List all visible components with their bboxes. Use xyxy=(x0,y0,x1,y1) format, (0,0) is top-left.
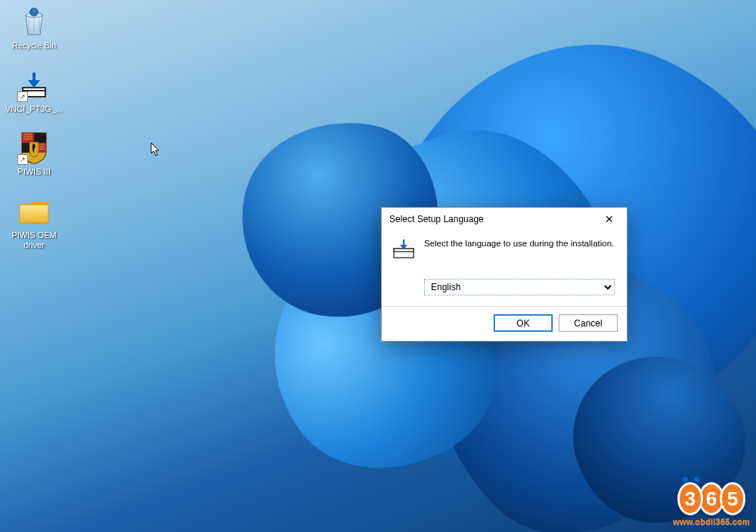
svg-rect-9 xyxy=(20,205,48,223)
desktop-icons-column: Recycle Bin ↗ VNCI_PT3G_... xyxy=(5,3,64,252)
desktop-icon-label: PIWIS OEM driver xyxy=(5,230,64,249)
desktop-icon-label: Recycle Bin xyxy=(12,41,56,51)
wallpaper-bloom xyxy=(0,0,756,532)
dialog-title: Select Setup Language xyxy=(389,214,484,224)
watermark-digit: 3 xyxy=(677,482,703,515)
watermark-digit-text: 3 xyxy=(685,487,696,511)
svg-rect-4 xyxy=(23,88,45,91)
dialog-footer: OK Cancel xyxy=(382,306,627,341)
dialog-titlebar[interactable]: Select Setup Language ✕ xyxy=(382,208,627,230)
watermark-digit: 5 xyxy=(720,482,745,515)
watermark: 3 6 5 www.obdii365.com xyxy=(673,482,750,526)
watermark-logo-icon: 3 6 5 xyxy=(677,482,745,515)
svg-rect-8 xyxy=(34,133,46,143)
cancel-button[interactable]: Cancel xyxy=(559,314,618,332)
select-setup-language-dialog: Select Setup Language ✕ Select the langu… xyxy=(381,207,627,342)
watermark-url: www.obdii365.com xyxy=(673,517,750,526)
language-select[interactable]: English xyxy=(424,279,615,295)
desktop-icon-label: PIWIS III xyxy=(17,167,50,177)
desktop-icon-piwis-iii[interactable]: ↗ PIWIS III xyxy=(5,129,64,179)
desktop-icon-piwis-oem-driver[interactable]: PIWIS OEM driver xyxy=(5,193,64,252)
porsche-crest-icon: ↗ xyxy=(17,131,51,165)
dialog-instruction-text: Select the language to use during the in… xyxy=(424,238,614,250)
dialog-body: Select the language to use during the in… xyxy=(382,230,627,306)
watermark-digit-text: 6 xyxy=(706,487,717,511)
shortcut-overlay-icon: ↗ xyxy=(17,91,28,102)
ok-button[interactable]: OK xyxy=(494,314,553,332)
close-icon: ✕ xyxy=(605,213,614,225)
folder-icon xyxy=(17,195,51,228)
desktop-icon-recycle-bin[interactable]: Recycle Bin xyxy=(5,3,64,53)
installer-icon: ↗ xyxy=(17,69,51,102)
desktop-icon-vnci-installer[interactable]: ↗ VNCI_PT3G_... xyxy=(5,66,64,116)
recycle-bin-icon xyxy=(17,5,51,39)
desktop-icon-label: VNCI_PT3G_... xyxy=(5,104,63,114)
watermark-digit-text: 5 xyxy=(727,487,738,511)
close-button[interactable]: ✕ xyxy=(593,209,625,230)
setup-box-icon xyxy=(392,240,415,259)
shortcut-overlay-icon: ↗ xyxy=(17,154,28,165)
